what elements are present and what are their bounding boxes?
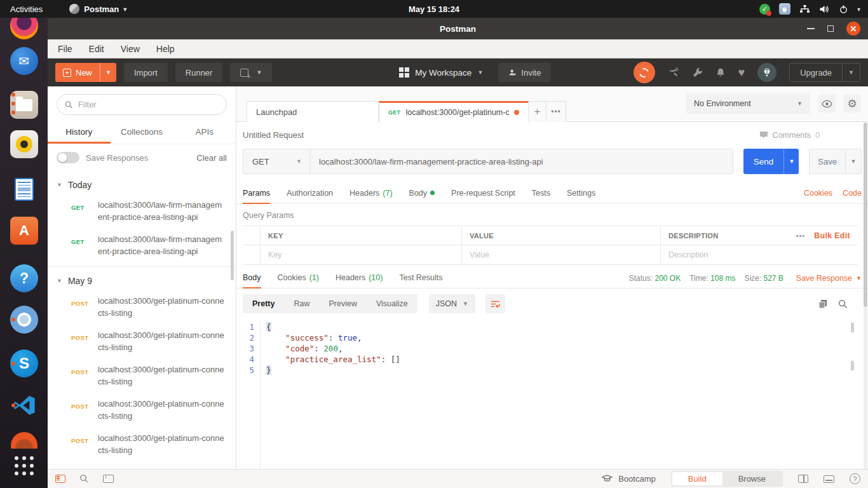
save-dropdown-caret[interactable]: ▼ [845,149,862,174]
close-button[interactable]: ✕ [846,22,860,36]
tab-response-headers[interactable]: Headers(10) [336,269,383,288]
updates-indicator-icon[interactable]: ✓ [759,4,770,15]
clear-all-link[interactable]: Clear all [196,153,227,163]
tab-options-button[interactable]: ••• [546,101,566,122]
history-item[interactable]: POST localhost:3000/get-platinum-connect… [48,324,236,358]
settings-gear-button[interactable]: ⚙ [843,95,861,112]
tab-params[interactable]: Params [243,184,270,204]
open-new-tab-button[interactable]: + [529,101,546,122]
dock-item-vscode[interactable] [9,390,39,421]
workspace-switcher[interactable]: My Workspace ▼ [399,67,483,78]
new-button[interactable]: +New ▼ [55,63,116,82]
request-title[interactable]: Untitled Request [243,130,304,140]
activities-button[interactable]: Activities [0,0,53,18]
view-pretty[interactable]: Pretty [243,294,284,313]
environment-quick-look-button[interactable] [818,95,836,112]
key-input[interactable]: Key [261,245,462,264]
filter-box[interactable] [57,94,227,115]
import-button[interactable]: Import [124,63,168,82]
format-selector[interactable]: JSON ▼ [429,294,475,313]
tab-test-results[interactable]: Test Results [399,269,442,288]
table-options-button[interactable]: ••• [796,232,806,240]
comments-button[interactable]: Comments 0 [759,131,820,140]
method-selector[interactable]: GET ▼ [243,149,309,174]
view-preview[interactable]: Preview [319,294,366,313]
menu-edit[interactable]: Edit [89,44,104,54]
two-pane-view-icon[interactable] [798,475,808,483]
view-raw[interactable]: Raw [284,294,319,313]
tab-launchpad[interactable]: Launchpad [247,101,379,122]
url-input[interactable] [309,149,733,174]
tab-apis[interactable]: APIs [173,121,236,144]
history-item[interactable]: POST localhost:3000/get-platinum-connect… [48,290,236,324]
dock-item-thunderbird[interactable]: ✉ [9,46,39,76]
tab-history[interactable]: History [48,121,111,144]
bulk-edit-link[interactable]: Bulk Edit [814,231,850,240]
send-button[interactable]: Send [743,149,784,174]
search-response-button[interactable] [838,299,848,309]
invite-button[interactable]: Invite [498,63,551,82]
console-icon[interactable] [103,475,114,483]
content-scrollbar[interactable] [864,123,867,469]
tab-headers[interactable]: Headers(7) [349,184,393,204]
copy-response-button[interactable] [818,299,827,309]
find-button[interactable] [79,474,89,484]
wrap-lines-button[interactable] [485,294,505,313]
api-network-icon[interactable] [668,67,679,78]
save-responses-toggle[interactable] [57,152,79,163]
favorites-heart-icon[interactable]: ♥ [738,66,745,79]
upgrade-button[interactable]: Upgrade ▼ [789,63,860,82]
dock-item-postman-partial[interactable] [9,432,39,449]
tab-response-cookies[interactable]: Cookies(1) [278,269,319,288]
tab-settings[interactable]: Settings [567,184,595,204]
history-item[interactable]: POST localhost:3000/get-platinum-connect… [48,393,236,427]
history-item[interactable]: GET localhost:3000/law-firm-management-p… [48,228,236,262]
history-item[interactable]: POST localhost:3000/get-platinum-connect… [48,461,236,469]
dock-item-show-applications[interactable] [9,451,39,481]
sync-status-button[interactable] [634,62,655,83]
tab-active-request[interactable]: GET localhost:3000/get-platinum-co... [379,101,529,122]
new-window-button[interactable]: ▼ [230,63,272,82]
dock-item-firefox[interactable] [9,18,39,41]
build-tab[interactable]: Build [672,472,722,485]
toggle-sidebar-icon[interactable] [55,475,65,483]
tab-body[interactable]: Body [409,184,435,204]
history-group[interactable]: ▼ May 9 [48,267,236,290]
help-circle-icon[interactable]: ? [850,473,860,484]
dock-item-files[interactable] [9,90,39,120]
minimize-button[interactable] [807,28,815,29]
cookies-link[interactable]: Cookies [804,189,832,198]
send-dropdown-caret[interactable]: ▼ [783,149,799,174]
dock-item-libreoffice-writer[interactable] [9,174,39,205]
upgrade-dropdown-caret[interactable]: ▼ [842,64,860,81]
new-dropdown-caret[interactable]: ▼ [100,63,116,82]
dock-item-skype[interactable]: S [9,348,39,379]
maximize-button[interactable] [827,25,834,32]
power-tray-icon[interactable] [839,4,848,14]
notifications-bell-icon[interactable] [715,67,726,78]
clock[interactable]: May 15 18:24 [409,4,459,14]
editor-scrollbar[interactable] [851,323,854,370]
tab-authorization[interactable]: Authorization [287,184,333,204]
description-input[interactable]: Description [661,245,858,264]
view-visualize[interactable]: Visualize [367,294,417,313]
browse-tab[interactable]: Browse [722,472,782,485]
menu-view[interactable]: View [121,44,140,54]
history-group[interactable]: ▼ Today [48,171,236,194]
dock-item-help[interactable]: ? [9,263,39,294]
history-item[interactable]: POST localhost:3000/get-platinum-connect… [48,358,236,393]
value-input[interactable]: Value [462,245,661,264]
filter-input[interactable] [78,100,219,109]
settings-wrench-icon[interactable] [692,67,703,78]
bootcamp-button[interactable]: Bootcamp [602,474,656,484]
response-body-editor[interactable]: 12345 { "success": true, "code": 200, "p… [236,319,868,469]
dock-item-chromium[interactable] [9,304,39,335]
tab-response-body[interactable]: Body [243,269,261,288]
app-menu-button[interactable]: Postman ▾ [63,4,133,14]
history-item[interactable]: POST localhost:3000/get-platinum-connect… [48,427,236,461]
sidebar-scrollbar[interactable] [231,231,234,280]
postgresql-tray-icon[interactable] [779,3,790,15]
history-item[interactable]: GET localhost:3000/law-firm-management-p… [48,194,236,228]
tab-tests[interactable]: Tests [532,184,550,204]
code-link[interactable]: Code [843,189,862,198]
